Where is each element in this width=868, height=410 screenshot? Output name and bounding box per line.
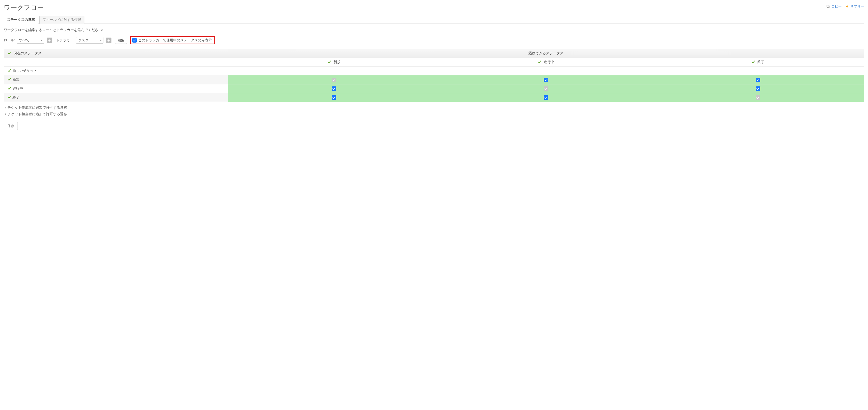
transition-checkbox[interactable] xyxy=(756,69,760,73)
transitions-header: 遷移できるステータス xyxy=(228,49,864,58)
transition-checkbox[interactable] xyxy=(332,86,336,91)
col-header-label: 終了 xyxy=(757,60,765,64)
check-icon xyxy=(751,60,755,64)
col-header-label: 新規 xyxy=(334,60,341,64)
transition-checkbox[interactable] xyxy=(756,86,760,91)
summary-link[interactable]: サマリー xyxy=(845,4,864,9)
tab-field-permissions[interactable]: フィールドに対する権限 xyxy=(39,16,84,24)
row-header[interactable]: 進行中 xyxy=(4,84,228,93)
row-header[interactable]: 新しいチケット xyxy=(4,67,228,75)
copy-icon xyxy=(826,4,830,8)
copy-link[interactable]: コピー xyxy=(826,4,842,9)
tabs: ステータスの遷移 フィールドに対する権限 xyxy=(4,15,864,24)
current-status-header-label: 現在のステータス xyxy=(13,51,41,55)
check-icon xyxy=(328,60,331,64)
edit-button[interactable]: 編集 xyxy=(115,37,127,44)
chevron-down-icon: ▾ xyxy=(41,39,42,42)
transition-checkbox xyxy=(332,77,336,82)
svg-rect-1 xyxy=(827,5,829,7)
tab-status-transitions[interactable]: ステータスの遷移 xyxy=(4,16,38,24)
transition-checkbox[interactable] xyxy=(332,95,336,100)
role-plus-button[interactable]: ＋ xyxy=(47,38,52,43)
transition-checkbox[interactable] xyxy=(332,69,336,73)
row-header-label: 新しいチケット xyxy=(12,69,37,73)
row-header-label: 進行中 xyxy=(12,86,23,90)
tracker-select[interactable]: タスク ▾ xyxy=(76,37,103,43)
transition-checkbox xyxy=(756,95,760,100)
role-select-value: すべて xyxy=(19,38,30,42)
row-header-label: 新規 xyxy=(12,77,20,82)
chevron-down-icon: ▾ xyxy=(100,39,102,42)
instruction-text: ワークフローを編集するロールとトラッカーを選んでください: xyxy=(4,28,864,32)
filter-row: ロール: すべて ▾ ＋ トラッカー: タスク ▾ ＋ 編集 このトラッカーで使… xyxy=(4,36,864,44)
only-used-checkbox-label: このトラッカーで使用中のステータスのみ表示 xyxy=(138,38,212,42)
only-used-checkbox[interactable] xyxy=(132,38,137,42)
workflow-grid: 現在のステータス 遷移できるステータス 新規 進行中 終了 新しいチケット新規進… xyxy=(4,49,864,102)
svg-marker-2 xyxy=(846,5,848,8)
role-select[interactable]: すべて ▾ xyxy=(17,37,44,43)
row-header-label: 終了 xyxy=(12,95,20,99)
check-icon xyxy=(7,95,11,99)
fold-assignee-transitions[interactable]: チケット担当者に追加で許可する遷移 xyxy=(5,111,864,118)
bolt-icon xyxy=(845,4,849,8)
check-icon xyxy=(7,69,11,73)
col-header[interactable]: 新規 xyxy=(228,58,440,67)
check-icon xyxy=(7,86,11,90)
row-header[interactable]: 新規 xyxy=(4,75,228,84)
transition-checkbox[interactable] xyxy=(544,69,548,73)
page-title: ワークフロー xyxy=(4,3,44,15)
copy-link-label: コピー xyxy=(831,4,842,9)
role-label: ロール: xyxy=(4,38,15,42)
transition-checkbox[interactable] xyxy=(544,95,548,100)
check-icon xyxy=(7,51,11,55)
summary-link-label: サマリー xyxy=(850,4,864,9)
save-button[interactable]: 保存 xyxy=(4,122,18,130)
transition-checkbox[interactable] xyxy=(544,77,548,82)
col-header-label: 進行中 xyxy=(544,60,554,64)
col-header[interactable]: 進行中 xyxy=(440,58,652,67)
check-icon xyxy=(538,60,541,64)
top-actions: コピー サマリー xyxy=(826,3,864,9)
current-status-header: 現在のステータス xyxy=(4,49,228,58)
transition-checkbox[interactable] xyxy=(756,77,760,82)
tracker-label: トラッカー: xyxy=(56,38,74,42)
highlighted-option: このトラッカーで使用中のステータスのみ表示 xyxy=(130,36,215,44)
tracker-plus-button[interactable]: ＋ xyxy=(106,38,112,43)
tracker-select-value: タスク xyxy=(78,38,89,42)
check-icon xyxy=(7,77,11,82)
row-header[interactable]: 終了 xyxy=(4,93,228,102)
transition-checkbox xyxy=(544,86,548,91)
fold-author-transitions[interactable]: チケット作成者に追加で許可する遷移 xyxy=(5,104,864,111)
col-header[interactable]: 終了 xyxy=(652,58,864,67)
